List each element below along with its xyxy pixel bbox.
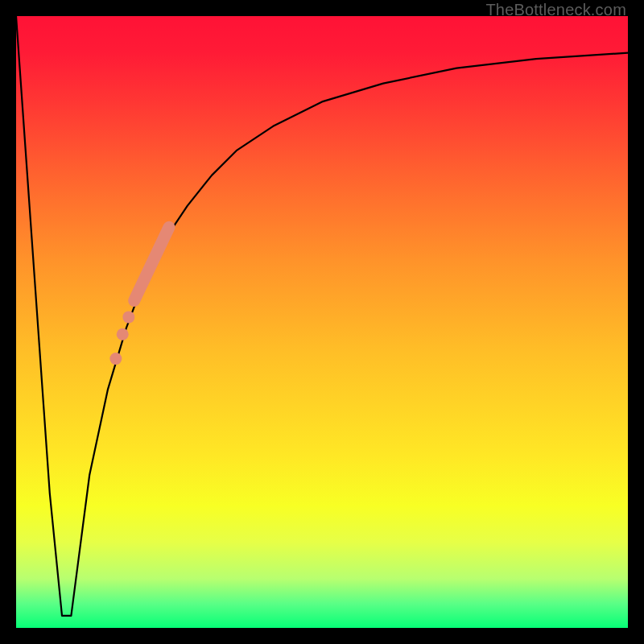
highlight-markers	[109, 227, 169, 365]
plot-area	[16, 16, 628, 628]
bottleneck-curve	[16, 16, 628, 616]
dot-3	[109, 353, 122, 365]
chart-stage: TheBottleneck.com	[0, 0, 644, 644]
curve-layer	[16, 16, 628, 628]
highlight-segment	[134, 227, 169, 300]
dot-1	[122, 311, 134, 323]
bottleneck-curve-path	[16, 16, 628, 616]
dot-2	[117, 328, 129, 341]
